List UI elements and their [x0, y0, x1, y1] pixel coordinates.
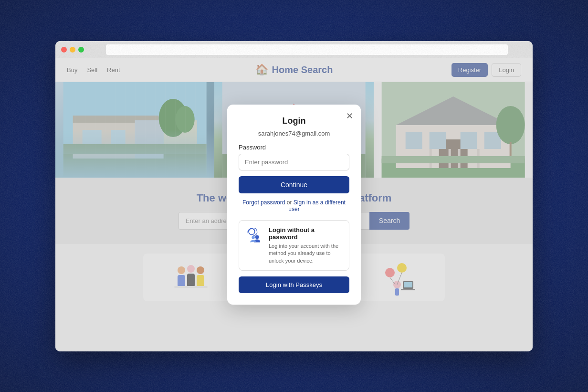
- modal-email: sarahjones74@gmail.com: [239, 130, 349, 137]
- passkey-section: Login without a password Log into your a…: [239, 220, 349, 271]
- password-input[interactable]: [239, 154, 349, 170]
- browser-url-bar[interactable]: [106, 44, 508, 55]
- modal-links: Forgot password or Sign in as a differen…: [239, 199, 349, 212]
- browser-content: Buy Sell Rent 🏠 Home Search Register Log…: [55, 58, 533, 351]
- or-text: or: [287, 199, 294, 206]
- passkey-info: Login without a password Log into your a…: [269, 226, 343, 265]
- login-modal: ✕ Login sarahjones74@gmail.com Password …: [227, 105, 361, 305]
- svg-point-64: [255, 235, 259, 239]
- passkeys-button[interactable]: Login with Passkeys: [239, 276, 349, 293]
- passkey-description: Log into your account with the method yo…: [269, 243, 343, 265]
- password-label: Password: [239, 144, 349, 151]
- modal-title: Login: [239, 116, 349, 126]
- traffic-light-red[interactable]: [61, 47, 67, 53]
- modal-overlay: ✕ Login sarahjones74@gmail.com Password …: [55, 58, 533, 351]
- browser-titlebar: [55, 41, 533, 58]
- continue-button[interactable]: Continue: [239, 176, 349, 193]
- traffic-light-green[interactable]: [78, 47, 84, 53]
- browser-window: Buy Sell Rent 🏠 Home Search Register Log…: [55, 41, 533, 351]
- passkey-heading: Login without a password: [269, 226, 343, 241]
- passkey-icon-group: [245, 226, 264, 245]
- svg-point-65: [252, 236, 254, 239]
- modal-close-button[interactable]: ✕: [344, 110, 355, 122]
- sign-in-different-link[interactable]: Sign in as a different user: [288, 199, 346, 212]
- forgot-password-link[interactable]: Forgot password: [242, 199, 285, 206]
- traffic-light-yellow[interactable]: [70, 47, 75, 53]
